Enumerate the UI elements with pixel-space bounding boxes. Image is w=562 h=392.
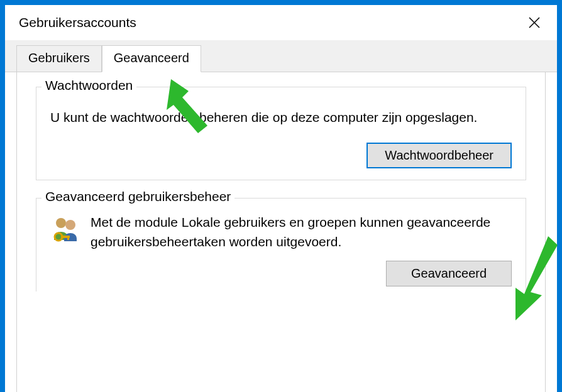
- tab-content-advanced: Wachtwoorden U kunt de wachtwoorden behe…: [16, 72, 546, 392]
- svg-point-2: [56, 218, 66, 228]
- passwords-groupbox: Wachtwoorden U kunt de wachtwoorden behe…: [36, 87, 526, 180]
- advanced-group-text: Met de module Lokale gebruikers en groep…: [91, 212, 512, 252]
- tab-advanced[interactable]: Geavanceerd: [102, 45, 201, 72]
- tab-users[interactable]: Gebruikers: [16, 45, 102, 72]
- passwords-group-text: U kunt de wachtwoorden beheren die op de…: [50, 107, 512, 128]
- user-accounts-dialog: Gebruikersaccounts Gebruikers Geavanceer…: [5, 5, 557, 392]
- advanced-group-title: Geavanceerd gebruikersbeheer: [41, 189, 234, 204]
- advanced-button[interactable]: Geavanceerd: [386, 261, 512, 286]
- passwords-button-row: Wachtwoordbeheer: [50, 143, 512, 168]
- users-and-key-icon: [50, 215, 80, 245]
- window-title: Gebruikersaccounts: [19, 15, 136, 30]
- advanced-button-row: Geavanceerd: [50, 261, 512, 286]
- tab-bar: Gebruikers Geavanceerd: [5, 40, 557, 72]
- svg-point-3: [65, 220, 75, 230]
- close-icon[interactable]: [521, 9, 548, 36]
- passwords-group-title: Wachtwoorden: [41, 78, 136, 93]
- password-management-button[interactable]: Wachtwoordbeheer: [366, 143, 512, 168]
- svg-rect-6: [67, 236, 69, 240]
- titlebar: Gebruikersaccounts: [5, 5, 557, 40]
- advanced-groupbox: Geavanceerd gebruikersbeheer Met de modu…: [36, 198, 526, 291]
